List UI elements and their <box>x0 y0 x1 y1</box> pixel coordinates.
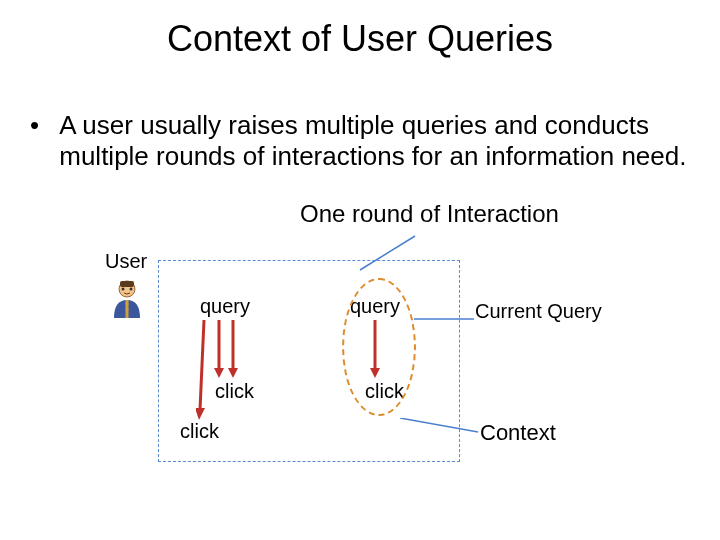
current-query-pointer-line <box>414 310 476 328</box>
context-pointer-line <box>400 418 480 442</box>
svg-point-3 <box>122 288 125 291</box>
click-label-1: click <box>215 380 254 403</box>
slide-title: Context of User Queries <box>0 18 720 60</box>
arrow-icon <box>228 320 238 382</box>
slide: Context of User Queries • A user usually… <box>0 0 720 540</box>
arrow-icon <box>196 320 208 424</box>
svg-point-6 <box>126 308 129 311</box>
svg-point-4 <box>130 288 133 291</box>
bullet-item: • A user usually raises multiple queries… <box>30 110 690 171</box>
context-label: Context <box>480 420 556 446</box>
arrow-icon <box>214 320 224 382</box>
user-avatar-icon <box>110 278 144 322</box>
svg-marker-12 <box>196 408 205 420</box>
svg-line-11 <box>200 320 204 410</box>
svg-point-5 <box>126 303 129 306</box>
current-query-label: Current Query <box>475 300 602 323</box>
svg-rect-2 <box>120 281 134 287</box>
svg-line-16 <box>400 418 478 432</box>
round-of-interaction-label: One round of Interaction <box>300 200 559 228</box>
query-label-1: query <box>200 295 250 318</box>
bullet-text: A user usually raises multiple queries a… <box>59 110 689 171</box>
bullet-dot-icon: • <box>30 110 52 141</box>
svg-marker-10 <box>228 368 238 378</box>
current-query-ellipse <box>342 278 416 416</box>
user-label: User <box>105 250 147 273</box>
svg-marker-8 <box>214 368 224 378</box>
